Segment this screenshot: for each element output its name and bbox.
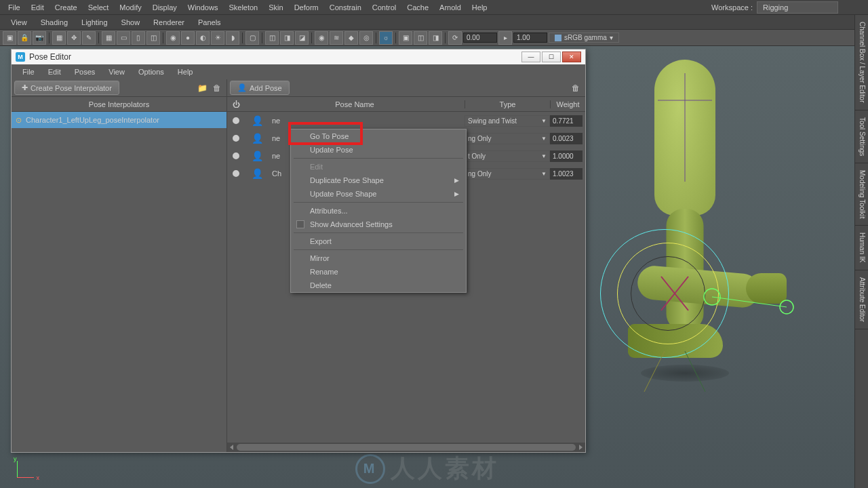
xray-icon[interactable]: ◫ (265, 31, 279, 45)
close-button[interactable]: ✕ (562, 52, 581, 62)
add-group-icon[interactable]: 📁 (195, 81, 209, 95)
resolution-gate-icon[interactable]: ▯ (132, 31, 145, 45)
weight-field[interactable]: 1.0023 (550, 168, 583, 180)
menu-arnold[interactable]: Arnold (434, 1, 467, 14)
ctx-show-advanced-settings[interactable]: Show Advanced Settings (291, 218, 466, 231)
pe-menu-edit[interactable]: Edit (43, 66, 66, 77)
refresh-icon[interactable]: ⟳ (448, 31, 462, 45)
vp-menu-show[interactable]: Show (116, 16, 146, 28)
menu-cache[interactable]: Cache (401, 1, 434, 14)
exposure-icon[interactable]: ☼ (379, 31, 393, 45)
isolate-icon[interactable]: ▢ (245, 31, 259, 45)
maximize-button[interactable]: ☐ (542, 52, 561, 62)
camera-bookmark-icon[interactable]: 📷 (33, 31, 46, 45)
weight-field[interactable]: 0.7721 (550, 115, 583, 127)
ctx-delete[interactable]: Delete (291, 279, 466, 292)
add-pose-button[interactable]: 👤 Add Pose (230, 81, 290, 95)
menu-constrain[interactable]: Constrain (324, 1, 367, 14)
grease-pencil-icon[interactable]: ✎ (82, 31, 96, 45)
create-pose-interpolator-button[interactable]: ✚ Create Pose Interpolator (14, 81, 119, 95)
pe-menu-help[interactable]: Help (172, 66, 199, 77)
weight-field[interactable]: 1.0000 (550, 150, 583, 162)
ctx-mirror[interactable]: Mirror (291, 251, 466, 265)
vp-menu-lighting[interactable]: Lighting (76, 16, 113, 28)
gamma-field[interactable]: 1.00 (513, 33, 547, 43)
tab-modeling-toolkit[interactable]: Modeling Toolkit (855, 163, 868, 226)
tab-attribute-editor[interactable]: Attribute Editor (855, 270, 868, 329)
menu-deform[interactable]: Deform (289, 1, 324, 14)
ctx-attributes[interactable]: Attributes... (291, 204, 466, 218)
tab-human-ik[interactable]: Human IK (855, 226, 868, 270)
pe-menu-view[interactable]: View (103, 66, 130, 77)
vp-menu-shading[interactable]: Shading (35, 16, 73, 28)
grid-icon[interactable]: ▦ (102, 31, 115, 45)
ctx-go-to-pose[interactable]: Go To Pose (291, 129, 466, 143)
power-icon[interactable]: ⏻ (227, 100, 245, 108)
depth-field-icon[interactable]: ◎ (359, 31, 373, 45)
smooth-shade-icon[interactable]: ● (181, 31, 195, 45)
image-plane-icon[interactable]: ▦ (52, 31, 66, 45)
delete-pose-icon[interactable]: 🗑 (569, 81, 583, 95)
ctx-export[interactable]: Export (291, 235, 466, 248)
menu-select[interactable]: Select (83, 1, 115, 14)
select-camera-icon[interactable]: ▣ (3, 31, 16, 45)
2d-pan-icon[interactable]: ✥ (67, 31, 81, 45)
menu-skeleton[interactable]: Skeleton (223, 1, 263, 14)
workspace-dropdown[interactable]: Rigging (757, 1, 838, 14)
xray-components-icon[interactable]: ◪ (295, 31, 309, 45)
menu-edit[interactable]: Edit (26, 1, 50, 14)
active-radio[interactable] (233, 170, 239, 177)
menu-windows[interactable]: Windows (182, 1, 224, 14)
active-radio[interactable] (233, 117, 239, 124)
minimize-button[interactable]: — (521, 52, 540, 62)
exposure-field[interactable]: 0.00 (463, 33, 497, 43)
anti-alias-icon[interactable]: ◆ (344, 31, 358, 45)
pose-name[interactable]: ne (269, 117, 465, 125)
gamma-icon[interactable]: ▸ (498, 31, 512, 45)
menu-display[interactable]: Display (147, 1, 182, 14)
active-radio[interactable] (233, 135, 239, 142)
active-radio[interactable] (233, 152, 239, 159)
vp-menu-renderer[interactable]: Renderer (148, 16, 190, 28)
menu-file[interactable]: File (3, 1, 26, 14)
delete-icon[interactable]: 🗑 (210, 81, 224, 95)
checkbox-icon[interactable] (296, 220, 304, 228)
menu-skin[interactable]: Skin (263, 1, 288, 14)
textured-icon[interactable]: ◐ (196, 31, 210, 45)
ctx-update-pose-shape[interactable]: Update Pose Shape▶ (291, 187, 466, 201)
film-gate-icon[interactable]: ▭ (117, 31, 130, 45)
motion-blur-icon[interactable]: ≋ (330, 31, 343, 45)
wireframe-icon[interactable]: ◉ (166, 31, 180, 45)
pose-row[interactable]: 👤 ne Swing and Twist▼ 0.7721 (227, 112, 585, 129)
ipr-icon[interactable]: ◫ (414, 31, 427, 45)
shadows-icon[interactable]: ◗ (226, 31, 239, 45)
color-space-dropdown[interactable]: sRGB gamma ▾ (549, 33, 619, 43)
ssao-icon[interactable]: ◉ (315, 31, 328, 45)
ctx-update-pose[interactable]: Update Pose (291, 143, 466, 157)
tab-tool-settings[interactable]: Tool Settings (855, 110, 868, 163)
pe-menu-file[interactable]: File (17, 66, 40, 77)
pe-menu-poses[interactable]: Poses (69, 66, 101, 77)
menu-create[interactable]: Create (50, 1, 83, 14)
menu-modify[interactable]: Modify (114, 1, 146, 14)
menu-help[interactable]: Help (467, 1, 493, 14)
tab-channel-box[interactable]: Channel Box / Layer Editor (855, 15, 868, 110)
interpolator-item[interactable]: ⊙ Character1_LeftUpLeg_poseInterpolator (12, 112, 226, 128)
gate-mask-icon[interactable]: ◫ (146, 31, 160, 45)
vp-menu-view[interactable]: View (5, 16, 33, 28)
render-globals-icon[interactable]: ◨ (429, 31, 442, 45)
use-lights-icon[interactable]: ☀ (211, 31, 224, 45)
type-dropdown[interactable]: t Only▼ (465, 150, 550, 162)
render-icon[interactable]: ▣ (399, 31, 412, 45)
weight-field[interactable]: 0.0023 (550, 133, 583, 144)
pe-menu-options[interactable]: Options (133, 66, 170, 77)
vp-menu-panels[interactable]: Panels (193, 16, 226, 28)
type-dropdown[interactable]: Swing and Twist▼ (465, 115, 550, 127)
horizontal-scrollbar[interactable] (227, 443, 585, 452)
ctx-rename[interactable]: Rename (291, 265, 466, 279)
ctx-duplicate-pose-shape[interactable]: Duplicate Pose Shape▶ (291, 174, 466, 187)
pose-editor-titlebar[interactable]: M Pose Editor — ☐ ✕ (12, 49, 585, 64)
lock-camera-icon[interactable]: 🔒 (18, 31, 31, 45)
type-dropdown[interactable]: ng Only▼ (465, 133, 550, 144)
xray-joints-icon[interactable]: ◨ (280, 31, 294, 45)
